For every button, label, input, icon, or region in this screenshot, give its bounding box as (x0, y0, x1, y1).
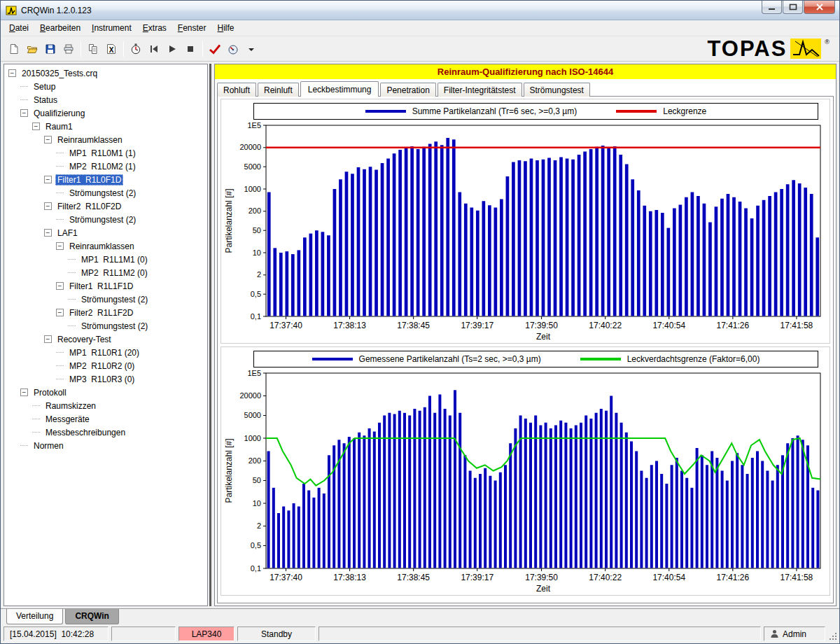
menu-item-datei[interactable]: Datei (4, 21, 34, 35)
chart-group-gemessene: Gemessene Partikelanzahl (Ts=2 sec, >=0,… (220, 346, 830, 596)
open-file-icon (27, 43, 38, 55)
legend-label: Gemessene Partikelanzahl (Ts=2 sec, >=0,… (359, 354, 541, 364)
excel-export-button[interactable]: X (102, 40, 120, 58)
legend-label: Leckverdachtsgrenze (Faktor=6,00) (627, 354, 760, 364)
collapse-icon[interactable]: − (56, 309, 64, 316)
tree-item-mp2-r1l0m2-1[interactable]: MP2 R1L0M2 (1) (4, 160, 207, 173)
tree-item-str-mungstest-2[interactable]: Strömungstest (2) (4, 186, 207, 200)
title-bar[interactable]: CRQWin 1.2.0.123 (1, 1, 839, 20)
maximize-button[interactable] (783, 1, 803, 14)
tree-item-qualifizierung[interactable]: −Qualifizierung (4, 106, 207, 120)
tree-item-normen[interactable]: Normen (4, 439, 207, 452)
topas-logo: TOPAS ® (707, 38, 835, 60)
print-button[interactable] (59, 40, 78, 58)
svg-text:17:41:58: 17:41:58 (780, 321, 813, 330)
close-button[interactable] (804, 1, 835, 14)
collapse-icon[interactable]: − (44, 176, 52, 183)
tree-item-reinraumklassen[interactable]: −Reinraumklassen (4, 239, 207, 253)
step-back-button[interactable] (145, 40, 163, 58)
tab-reinluft[interactable]: Reinluft (258, 83, 299, 97)
content-area: −20150325_Tests.crqSetupStatus−Qualifizi… (1, 62, 839, 608)
tree-leaf-dash (56, 192, 64, 193)
collapse-icon[interactable]: − (44, 202, 52, 210)
menu-item-bearbeiten[interactable]: Bearbeiten (34, 21, 86, 35)
minimize-button[interactable] (762, 1, 782, 14)
tree-leaf-dash (56, 153, 64, 153)
menu-item-fenster[interactable]: Fenster (172, 21, 212, 35)
open-file-button[interactable] (23, 40, 41, 58)
window-controls (761, 1, 839, 14)
svg-text:20000: 20000 (239, 391, 261, 400)
toolbar-separator (202, 41, 203, 57)
tree-item-messbeschreibungen[interactable]: Messbeschreibungen (4, 426, 207, 439)
bottom-tab-verteilung[interactable]: Verteilung (6, 609, 63, 624)
tree-item-filter1-r1l0f1d[interactable]: −Filter1 R1L0F1D (4, 173, 207, 186)
tree-item-filter1-r1l1f1d[interactable]: −Filter1 R1L1F1D (4, 279, 207, 293)
tree-item-recovery-test[interactable]: −Recovery-Test (4, 332, 207, 346)
svg-text:17:38:45: 17:38:45 (397, 573, 430, 582)
tree-item-filter2-r1l0f2d[interactable]: −Filter2 R1L0F2D (4, 200, 207, 213)
collapse-icon[interactable]: − (20, 109, 28, 117)
tree-leaf-dash (56, 219, 64, 220)
tree-item-mp2-r1l1m2-0[interactable]: MP2 R1L1M2 (0) (4, 266, 207, 279)
tree-item-raumskizzen[interactable]: Raumskizzen (4, 399, 207, 412)
resize-grip[interactable] (828, 631, 838, 641)
svg-text:50: 50 (252, 226, 260, 234)
collapse-icon[interactable]: − (20, 388, 28, 396)
tree-item-mp1-r1l1m1-0[interactable]: MP1 R1L1M1 (0) (4, 253, 207, 266)
save-button[interactable] (41, 40, 59, 58)
tree-item-str-mungstest-2[interactable]: Strömungstest (2) (4, 213, 207, 226)
menu-item-hilfe[interactable]: Hilfe (212, 21, 240, 35)
bottom-tab-crqwin[interactable]: CRQWin (65, 609, 119, 624)
tree-item-label: Protokoll (31, 387, 69, 398)
toolbar-separator (123, 41, 124, 57)
svg-text:0,1: 0,1 (250, 312, 260, 321)
collapse-icon[interactable]: − (8, 69, 16, 77)
play-button[interactable] (163, 40, 181, 58)
new-document-button[interactable] (5, 40, 23, 58)
page-title: Reinraum-Qualifizierung nach ISO-14644 (215, 64, 836, 79)
confirm-check-button[interactable] (206, 40, 224, 58)
tree-item-str-mungstest-2[interactable]: Strömungstest (2) (4, 293, 207, 306)
menu-item-extras[interactable]: Extras (137, 21, 172, 35)
tree-item-label: MP2 R1L1M2 (0) (79, 267, 150, 279)
tree-item-mp1-r1l0m1-1[interactable]: MP1 R1L0M1 (1) (4, 146, 207, 160)
tab-str-mungstest[interactable]: Strömungstest (524, 83, 590, 97)
tree-item-str-mungstest-2[interactable]: Strömungstest (2) (4, 319, 207, 332)
menu-item-instrument[interactable]: Instrument (86, 21, 137, 35)
tree-leaf-dash (32, 432, 40, 433)
tree-item-mp2-r1l0r2-0[interactable]: MP2 R1L0R2 (0) (4, 359, 207, 372)
tab-leckbestimmung[interactable]: Leckbestimmung (300, 81, 379, 97)
collapse-icon[interactable]: − (44, 229, 52, 237)
collapse-icon[interactable]: − (56, 242, 64, 250)
copy-button[interactable] (84, 40, 102, 58)
collapse-icon[interactable]: − (44, 335, 52, 343)
tree-item-messger-te[interactable]: Messgeräte (4, 412, 207, 426)
stop-button[interactable] (181, 40, 200, 58)
tree-item-reinraumklassen[interactable]: −Reinraumklassen (4, 133, 207, 146)
collapse-icon[interactable]: − (32, 122, 40, 130)
tab-filter-integrit-tstest[interactable]: Filter-Integritätstest (438, 83, 522, 97)
tree-item-laf1[interactable]: −LAF1 (4, 226, 207, 239)
device-config-button[interactable] (224, 40, 242, 58)
collapse-icon[interactable]: − (56, 282, 64, 290)
tree-item-mp1-r1l0r1-20[interactable]: MP1 R1L0R1 (20) (4, 346, 207, 359)
red-line-swatch (616, 110, 657, 113)
tree-item-filter2-r1l1f2d[interactable]: −Filter2 R1L1F2D (4, 306, 207, 319)
dropdown-arrow-button[interactable] (242, 40, 260, 58)
panel-splitter[interactable] (209, 64, 211, 606)
tree-item-setup[interactable]: Setup (4, 80, 207, 93)
tree-item-status[interactable]: Status (4, 93, 207, 106)
tab-rohluft[interactable]: Rohluft (217, 83, 256, 97)
svg-text:200: 200 (248, 206, 260, 215)
stopwatch-button[interactable] (127, 40, 145, 58)
tree-item-20150325-tests-crq[interactable]: −20150325_Tests.crq (4, 66, 207, 80)
tab-penetration[interactable]: Penetration (380, 83, 435, 97)
tree-item-raum1[interactable]: −Raum1 (4, 120, 207, 133)
status-user-text: Admin (783, 629, 806, 639)
tree-item-protokoll[interactable]: −Protokoll (4, 386, 207, 399)
collapse-icon[interactable]: − (44, 136, 52, 144)
tree-leaf-dash (32, 405, 40, 406)
tree-item-mp3-r1l0r3-0[interactable]: MP3 R1L0R3 (0) (4, 372, 207, 386)
svg-text:17:40:22: 17:40:22 (589, 573, 622, 582)
